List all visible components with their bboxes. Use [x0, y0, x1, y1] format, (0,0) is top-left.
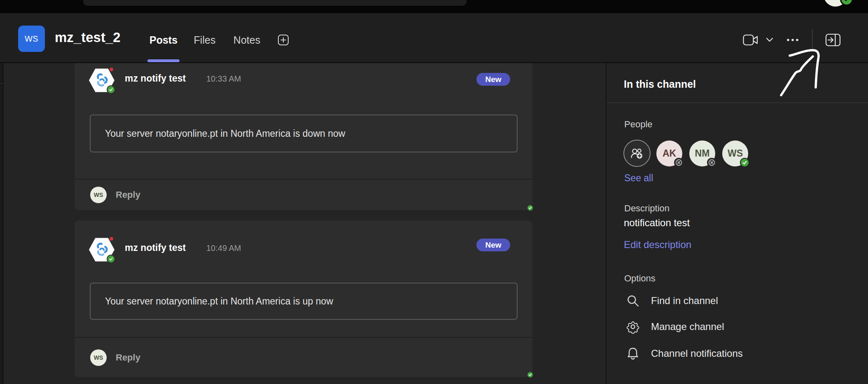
status-badge: New	[476, 239, 510, 251]
avatar-initials: NM	[695, 148, 710, 159]
option-label: Find in channel	[651, 295, 718, 307]
person-avatar-nm[interactable]: NM	[689, 140, 715, 166]
search-icon	[626, 294, 640, 308]
message-timestamp: 10:49 AM	[206, 244, 241, 253]
presence-available-icon	[527, 371, 534, 378]
chevron-down-icon[interactable]	[765, 37, 774, 43]
channel-avatar: WS	[18, 26, 45, 52]
presence-available-icon	[107, 85, 115, 94]
left-rail-edge	[0, 63, 3, 384]
message-timestamp: 10:33 AM	[206, 74, 241, 84]
reply-label: Reply	[116, 190, 140, 200]
active-tab-underline	[147, 59, 180, 62]
add-people-icon	[630, 146, 644, 161]
open-right-pane-icon[interactable]	[825, 33, 841, 47]
page-title: mz_test_2	[55, 30, 121, 45]
bot-avatar	[89, 68, 114, 93]
teams-channel-window: WS mz_test_2 Posts Files Notes	[0, 0, 868, 384]
tab-posts[interactable]: Posts	[147, 33, 180, 47]
panel-divider	[607, 103, 868, 103]
avatar-initials: AK	[663, 148, 676, 159]
gear-icon	[626, 320, 640, 334]
notification-dot-icon	[110, 68, 113, 71]
options-section-label: Options	[624, 273, 656, 284]
add-people-button[interactable]	[623, 140, 651, 167]
presence-available-icon	[840, 0, 853, 6]
header-divider	[812, 29, 813, 49]
option-label: Channel notifications	[651, 348, 743, 359]
description-section-label: Description	[624, 203, 670, 214]
person-avatar-ws[interactable]: WS	[722, 140, 748, 166]
presence-available-icon	[527, 204, 534, 211]
message-card: mz notify test 10:49 AM New Your server …	[75, 220, 532, 377]
people-section-label: People	[624, 119, 653, 130]
notification-card[interactable]: Your server notaryonline.pt in North Ame…	[90, 283, 518, 320]
search-input[interactable]	[83, 0, 467, 6]
tab-notes[interactable]: Notes	[231, 33, 262, 47]
manage-channel-button[interactable]: Manage channel	[621, 316, 852, 337]
notification-text: Your server notaryonline.pt in North Ame…	[105, 128, 345, 139]
channel-description: notification test	[624, 217, 690, 229]
see-all-link[interactable]: See all	[624, 173, 653, 184]
find-in-channel-button[interactable]: Find in channel	[621, 290, 852, 311]
video-call-icon[interactable]	[743, 34, 758, 46]
avatar: WS	[90, 187, 107, 203]
notification-dot-icon	[110, 237, 113, 241]
presence-available-icon	[107, 255, 115, 263]
panel-title: In this channel	[624, 78, 696, 90]
app-top-bar	[0, 0, 868, 13]
channel-header: WS mz_test_2 Posts Files Notes	[0, 13, 868, 63]
presence-available-icon	[740, 158, 749, 167]
more-options-icon[interactable]	[786, 35, 800, 44]
left-rail-divider	[0, 83, 3, 84]
notification-card[interactable]: Your server notaryonline.pt in North Ame…	[90, 115, 518, 152]
avatar-initials: WS	[728, 148, 743, 159]
presence-offline-icon	[707, 158, 716, 167]
presence-offline-icon	[674, 158, 684, 167]
reply-button[interactable]: WS Reply	[75, 338, 532, 377]
content-region: mz notify test 10:33 AM New Your server …	[0, 63, 868, 384]
edit-description-link[interactable]: Edit description	[624, 239, 691, 251]
option-label: Manage channel	[651, 321, 724, 332]
channel-info-panel: In this channel People AK NM	[606, 63, 868, 384]
tab-files[interactable]: Files	[192, 33, 217, 47]
person-avatar-ak[interactable]: AK	[656, 140, 682, 166]
message-card: mz notify test 10:33 AM New Your server …	[75, 63, 532, 210]
bell-icon	[626, 347, 640, 361]
channel-notifications-button[interactable]: Channel notifications	[621, 343, 852, 364]
status-badge: New	[476, 73, 510, 86]
message-list: mz notify test 10:33 AM New Your server …	[3, 63, 606, 384]
avatar: WS	[90, 349, 107, 366]
bot-avatar	[89, 237, 114, 262]
reply-button[interactable]: WS Reply	[75, 180, 532, 210]
notification-text: Your server notaryonline.pt in North Ame…	[105, 296, 333, 307]
message-author: mz notify test	[125, 242, 186, 253]
add-tab-icon[interactable]	[278, 34, 289, 46]
reply-label: Reply	[116, 352, 140, 363]
message-author: mz notify test	[125, 73, 186, 84]
